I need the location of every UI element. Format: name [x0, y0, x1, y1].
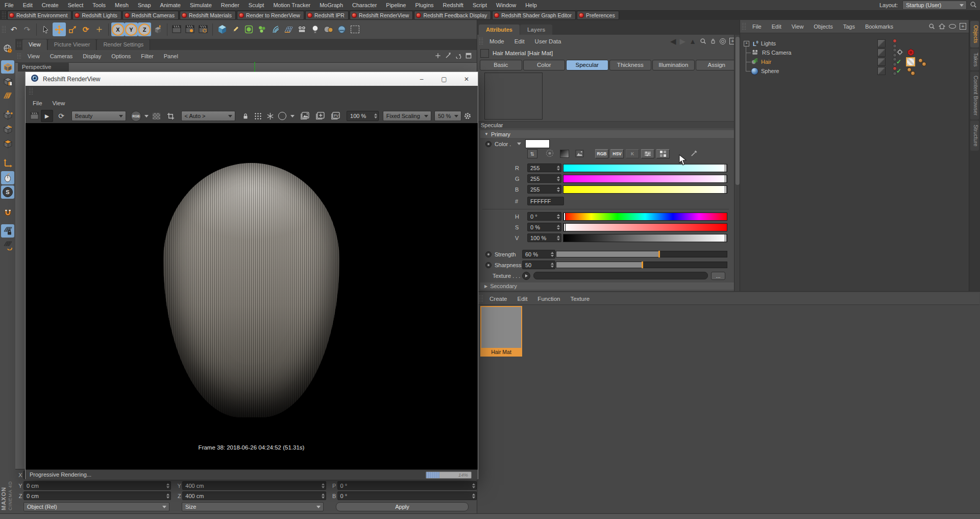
menu-script[interactable]: Script	[468, 2, 492, 8]
tab-render-settings[interactable]: Render Settings	[97, 39, 150, 50]
history-back-icon[interactable]: ◀	[670, 37, 676, 46]
stepper-icon[interactable]	[166, 482, 169, 489]
coord-size-dropdown[interactable]: Size	[182, 502, 324, 511]
menu-motion-tracker[interactable]: Motion Tracker	[268, 2, 315, 8]
obj-menu-view[interactable]: View	[787, 23, 809, 30]
viewport-pan-icon[interactable]	[435, 53, 441, 60]
strength-value-field[interactable]: 60 %	[522, 250, 555, 258]
menu-animate[interactable]: Animate	[156, 2, 185, 8]
stepper-icon[interactable]	[557, 175, 560, 182]
s-value-field[interactable]: 0 %	[527, 223, 561, 231]
apply-button[interactable]: Apply	[336, 502, 469, 511]
texture-mode-button[interactable]	[1, 75, 14, 88]
tab-thickness[interactable]: Thickness	[609, 60, 652, 70]
g-gradient-slider[interactable]	[563, 175, 727, 183]
menu-mesh[interactable]: Mesh	[110, 2, 133, 8]
simulation-button[interactable]	[282, 22, 295, 36]
strength-animation-dot[interactable]	[485, 251, 492, 257]
ipr-play-button[interactable]: ▶	[41, 110, 53, 122]
dock-tab-structure[interactable]: Structure	[970, 121, 979, 151]
active-camera-icon[interactable]	[897, 49, 903, 56]
vp-menu-options[interactable]: Options	[106, 53, 136, 59]
mat-menu-create[interactable]: Create	[484, 296, 512, 302]
viewport-camera-tab[interactable]: Perspective	[18, 62, 69, 72]
sharpness-animation-dot[interactable]	[485, 262, 492, 268]
visibility-dots[interactable]	[893, 48, 897, 57]
stepper-icon[interactable]	[557, 186, 560, 193]
k-mode-button[interactable]: K	[626, 149, 639, 158]
material-item-hair-mat[interactable]: Hair Mat	[480, 306, 522, 357]
texture-tag-selected[interactable]	[906, 57, 915, 66]
position-y-field[interactable]: 0 cm	[23, 481, 171, 490]
shelf-redshift-lights[interactable]: Redshift Lights	[72, 11, 121, 20]
menu-character[interactable]: Character	[348, 2, 381, 8]
points-mode-button[interactable]	[1, 108, 14, 122]
render-view-button[interactable]	[170, 22, 183, 36]
scale-tool[interactable]	[66, 22, 79, 36]
draw-spline-button[interactable]	[229, 22, 242, 36]
light-button[interactable]	[308, 22, 322, 36]
mixer-mode-icon[interactable]	[641, 149, 654, 158]
layer-swatch[interactable]	[877, 67, 886, 75]
tab-basic[interactable]: Basic	[480, 60, 522, 70]
sharpness-slider[interactable]	[556, 262, 727, 268]
renderview-settings-button[interactable]	[461, 110, 474, 122]
eyedropper-icon[interactable]	[690, 150, 698, 158]
object-name[interactable]: Sphere	[761, 68, 779, 74]
r-gradient-slider[interactable]	[563, 164, 727, 172]
h-value-field[interactable]: 0 °	[527, 212, 561, 221]
mat-menu-function[interactable]: Function	[532, 296, 565, 302]
add-cube-object-button[interactable]	[215, 22, 229, 36]
last-used-tool[interactable]	[92, 22, 106, 36]
texture-expand-button[interactable]	[522, 272, 530, 280]
enabled-check-icon[interactable]: ✓	[896, 58, 901, 65]
x-axis-lock[interactable]: X	[111, 22, 125, 36]
object-name[interactable]: RS Camera	[762, 50, 791, 56]
aov-dropdown[interactable]: Beauty	[71, 111, 126, 121]
render-region-button[interactable]	[348, 22, 361, 36]
obj-menu-edit[interactable]: Edit	[767, 23, 787, 30]
layer-swatch[interactable]	[877, 49, 886, 57]
object-name[interactable]: Lights	[761, 40, 776, 46]
subdivision-surface-button[interactable]	[242, 22, 255, 36]
model-mode-button[interactable]	[1, 60, 14, 74]
shelf-render-to-renderview[interactable]: Render to RenderView	[237, 11, 304, 20]
undo-button[interactable]: ↶	[7, 22, 20, 36]
image-mode-icon[interactable]	[575, 150, 584, 158]
texture-dropzone[interactable]	[533, 272, 708, 279]
chevron-down-icon[interactable]	[144, 115, 149, 117]
dock-tab-objects[interactable]: Objects	[970, 21, 979, 48]
shelf-redshift-materials[interactable]: Redshift Materials	[180, 11, 236, 20]
display-mode-button[interactable]: RGB	[130, 110, 142, 122]
menu-sculpt[interactable]: Sculpt	[244, 2, 269, 8]
render-settings-button[interactable]	[197, 22, 210, 36]
compact-mode-icon[interactable]: ⇅	[527, 149, 537, 158]
hair-tag-icon[interactable]	[911, 71, 915, 76]
strength-handle[interactable]	[658, 251, 660, 257]
renderview-grip[interactable]	[29, 87, 33, 96]
obj-menu-objects[interactable]: Objects	[808, 23, 838, 30]
start-render-button[interactable]	[29, 110, 41, 122]
stepper-icon[interactable]	[322, 492, 325, 499]
primary-group-header[interactable]: ▼ Primary	[480, 130, 734, 138]
menu-pipeline[interactable]: Pipeline	[381, 2, 410, 8]
window-maximize-button[interactable]: ▢	[433, 73, 455, 86]
stepper-icon[interactable]	[322, 482, 325, 489]
menu-simulate[interactable]: Simulate	[185, 2, 216, 8]
shelf-redshift-renderview[interactable]: Redshift RenderView	[350, 11, 413, 20]
texture-browse-button[interactable]: ...	[711, 272, 725, 280]
tab-specular[interactable]: Specular	[566, 60, 608, 70]
specular-section-header[interactable]: Specular	[477, 121, 734, 128]
mat-menu-texture[interactable]: Texture	[565, 296, 595, 302]
shelf-preferences[interactable]: Preferences	[577, 11, 619, 20]
y-axis-lock[interactable]: Y	[125, 22, 138, 36]
live-selection-tool[interactable]	[39, 22, 53, 36]
menu-select[interactable]: Select	[63, 2, 88, 8]
material-grip[interactable]	[479, 295, 483, 303]
hex-value-field[interactable]: FFFFFF	[527, 197, 564, 205]
swatches-mode-icon[interactable]	[656, 149, 670, 158]
menu-help[interactable]: Help	[521, 2, 542, 8]
viewport-toggle-icon[interactable]	[465, 53, 472, 60]
enable-snap-button[interactable]	[1, 205, 14, 219]
menu-plugins[interactable]: Plugins	[410, 2, 438, 8]
